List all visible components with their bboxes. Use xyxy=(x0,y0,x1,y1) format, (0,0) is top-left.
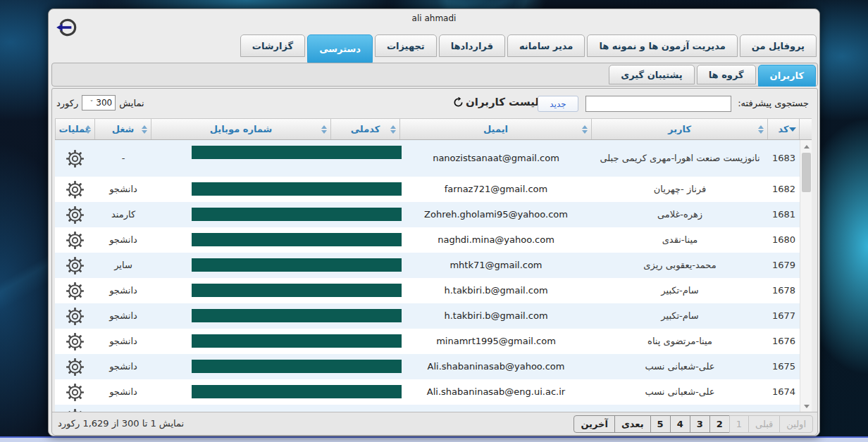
column-header[interactable]: شغل xyxy=(95,119,151,139)
cell-ops xyxy=(55,140,95,177)
cell-user: مینا-نقدی xyxy=(592,227,768,253)
table-row[interactable]: دانشجوAli.shabaninasab@yahoo.comعلی-شعبا… xyxy=(55,354,800,379)
redaction-bar xyxy=(192,258,402,272)
redaction-bar xyxy=(192,385,402,398)
sort-desc-icon[interactable] xyxy=(789,127,796,132)
sort-icon[interactable] xyxy=(321,125,327,134)
cell-email: h.takbiri.b@gmail.com xyxy=(400,278,592,303)
pager-button[interactable]: 4 xyxy=(670,415,690,433)
cell-ops xyxy=(55,303,95,329)
scrollbar-thumb[interactable] xyxy=(802,153,811,192)
cell-email: Ali.shabaninasab@eng.ui.ac.ir xyxy=(400,379,592,405)
row-actions-gear-icon[interactable] xyxy=(66,383,85,402)
main-tab-item[interactable]: مدیر سامانه xyxy=(507,34,585,57)
redaction-bar xyxy=(192,309,402,322)
sub-tab-item[interactable]: پشتیبان گیری xyxy=(609,65,694,84)
table-row[interactable]: دانشجوnaghdi.mina@yahoo.comمینا-نقدی1680 xyxy=(55,227,800,253)
cell-user: علی-شعبانی نسب xyxy=(592,354,768,379)
column-header[interactable]: کدملی xyxy=(331,119,400,139)
column-header[interactable]: عملیات xyxy=(55,119,95,139)
pager-button[interactable]: بعدی xyxy=(614,415,651,433)
sort-icon[interactable] xyxy=(758,125,764,134)
table-row[interactable]: دانشجوAli.shabaninasab@eng.ui.ac.irعلی-ش… xyxy=(55,379,800,405)
table-row[interactable]: -nanozistsanaat@gmail.comنانوزیست صنعت ا… xyxy=(55,140,800,177)
main-tab-item[interactable]: پروفایل من xyxy=(740,34,817,57)
row-actions-gear-icon[interactable] xyxy=(66,282,85,301)
new-button[interactable]: جدید xyxy=(538,96,578,112)
column-header-label: کدملی xyxy=(351,124,380,134)
redaction-bar xyxy=(192,334,402,348)
pager-button[interactable]: 5 xyxy=(650,415,671,433)
column-header-label: کد xyxy=(778,124,788,134)
page-size-value: 300 xyxy=(96,98,112,108)
row-actions-gear-icon[interactable] xyxy=(66,358,85,377)
advanced-search-label: جستجوی پیشرفته: xyxy=(738,98,809,108)
sub-tab-active[interactable]: کاربران xyxy=(758,65,816,87)
table-row[interactable]: دانشجوfarnaz721@gmail.comفرناز -چهریان16… xyxy=(55,177,800,202)
redaction-bar xyxy=(192,146,402,159)
table-body: -nanozistsanaat@gmail.comنانوزیست صنعت ا… xyxy=(55,140,812,413)
cell-code: 1680 xyxy=(768,227,800,253)
column-header-label: شماره موبایل xyxy=(210,124,273,134)
table-row[interactable]: سایرmhtk71@gmail.comمحمد-یعقوبی ریزی1679 xyxy=(55,253,800,278)
row-actions-gear-icon[interactable] xyxy=(66,180,85,199)
records-summary: نمایش 1 تا 300 از 1,629 رکورد xyxy=(58,418,184,429)
column-header-label: کاربر xyxy=(668,124,691,134)
grid-footer: نمایش 1 تا 300 از 1,629 رکورد آخرینبعدی5… xyxy=(52,412,817,435)
vertical-scrollbar[interactable] xyxy=(800,140,812,413)
cell-ops xyxy=(55,227,95,253)
grid-title: لیست کاربران xyxy=(453,96,539,108)
row-actions-gear-icon[interactable] xyxy=(66,307,85,326)
sort-icon[interactable] xyxy=(85,125,91,134)
sort-icon[interactable] xyxy=(390,125,396,134)
scroll-up-icon[interactable] xyxy=(800,141,812,152)
main-tab-item[interactable]: تجهیزات xyxy=(375,34,437,57)
page-size-control: نمایش 300 ˅ رکورد xyxy=(56,95,144,110)
main-tab-item[interactable]: قراردادها xyxy=(439,34,505,57)
table-row[interactable]: کارمندZohreh.gholami95@yahoo.comزهره-غلا… xyxy=(55,202,800,227)
main-tab-item[interactable]: مدیریت آزمون ها و نمونه ها xyxy=(587,34,737,57)
pager-button[interactable]: 2 xyxy=(709,415,730,433)
page-size-select[interactable]: 300 ˅ xyxy=(82,95,116,110)
row-actions-gear-icon[interactable] xyxy=(66,149,85,168)
column-header-label: شغل xyxy=(112,124,135,134)
column-header[interactable]: ایمیل xyxy=(400,119,592,139)
users-grid: نمایش 300 ˅ رکورد لیست کاربران جدید جس xyxy=(51,88,818,436)
table-row[interactable]: دانشجوh.takbiri.b@gmail.comسام-تکبیر1677 xyxy=(55,303,800,329)
row-actions-gear-icon[interactable] xyxy=(66,332,85,351)
column-header[interactable]: شماره موبایل xyxy=(151,119,331,139)
main-tab-active[interactable]: دسترسی xyxy=(307,34,373,63)
cell-user: زهره-غلامی xyxy=(592,202,768,227)
chevron-down-icon: ˅ xyxy=(90,99,94,106)
cell-code: 1679 xyxy=(768,253,800,278)
pager-button[interactable]: 3 xyxy=(690,415,710,433)
row-actions-gear-icon[interactable] xyxy=(66,231,85,250)
pager-button: 1 xyxy=(729,415,749,433)
app-window: ali ahmadi پروفایل منمدیریت آزمون ها و ن… xyxy=(48,8,820,436)
row-actions-gear-icon[interactable] xyxy=(66,206,85,225)
pager-button: قبلی xyxy=(748,415,780,433)
advanced-search-input[interactable] xyxy=(585,96,731,112)
grid-toolbar: نمایش 300 ˅ رکورد لیست کاربران جدید جس xyxy=(52,89,817,118)
table-row[interactable]: دانشجوminamrt1995@gmail.comمینا-مرتضوی پ… xyxy=(55,329,800,354)
cell-job: - xyxy=(95,140,151,177)
taskbar-edge xyxy=(0,436,868,442)
sort-icon[interactable] xyxy=(582,125,588,134)
cell-user: نانوزیست صنعت اهورا-مهری کریمی جبلی xyxy=(592,140,768,177)
column-header[interactable]: کد xyxy=(768,119,800,139)
cell-email: Zohreh.gholami95@yahoo.com xyxy=(400,202,592,227)
table-row[interactable]: دانشجوh.takbiri.b@gmail.comسام-تکبیر1678 xyxy=(55,278,800,303)
sort-icon[interactable] xyxy=(142,125,147,134)
refresh-icon[interactable] xyxy=(453,97,464,108)
main-tab-item[interactable]: گزارشات xyxy=(240,34,305,57)
cell-job: سایر xyxy=(95,253,151,278)
sub-tab-item[interactable]: گروه ها xyxy=(697,65,756,84)
cell-ops xyxy=(55,354,95,379)
redaction-bar xyxy=(192,208,402,221)
column-header[interactable]: کاربر xyxy=(592,119,768,139)
cell-job: کارمند xyxy=(95,202,151,227)
pager-button[interactable]: آخرین xyxy=(574,415,615,433)
cell-ops xyxy=(55,253,95,278)
row-actions-gear-icon[interactable] xyxy=(66,256,85,275)
scroll-down-icon[interactable] xyxy=(800,401,812,412)
